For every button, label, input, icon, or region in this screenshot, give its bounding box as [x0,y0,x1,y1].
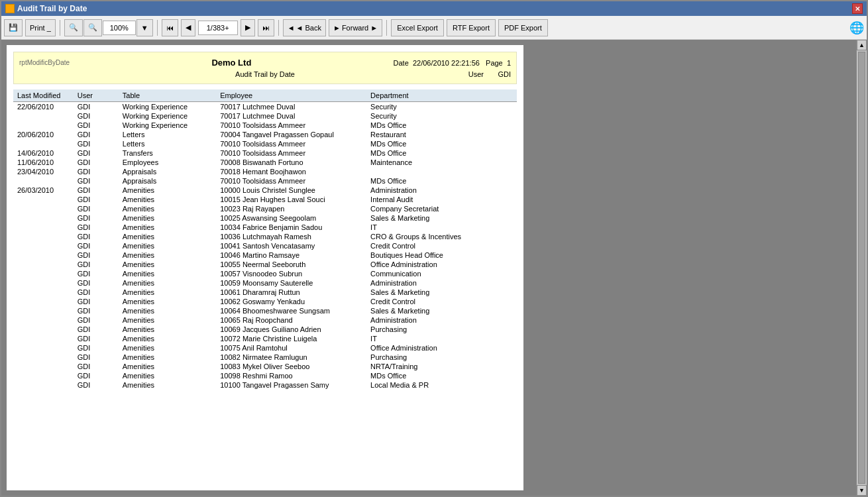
table-row: GDILetters70010 Toolsidass AmmeerMDs Off… [13,139,517,148]
cell-user: GDI [74,139,119,148]
table-row: 14/06/2010GDITransfers70010 Toolsidass A… [13,148,517,158]
cell-table: Amenities [119,288,216,297]
scroll-up-button[interactable]: ▲ [857,40,867,50]
cell-department: Administration [366,315,517,325]
cell-user: GDI [74,167,119,176]
cell-employee: 10064 Bhoomeshwaree Sungsam [216,306,366,315]
zoom-dropdown-button[interactable]: ▼ [136,19,153,36]
cell-employee: 70017 Lutchmee Duval [216,111,366,121]
cell-user: GDI [74,297,119,306]
zoom-out-button[interactable]: 🔍 [64,19,83,36]
scroll-down-button[interactable]: ▼ [857,485,867,496]
nav-end-button[interactable]: ⏭ [258,19,274,36]
cell-date: 23/04/2010 [13,167,74,176]
cell-date [13,111,74,121]
col-header-department: Department [366,89,517,102]
cell-table: Letters [119,130,216,139]
close-button[interactable]: ✕ [852,3,863,14]
cell-table: Employees [119,158,216,167]
cell-user: GDI [74,195,119,204]
table-row: 23/04/2010GDIAppraisals70018 Hemant Booj… [13,167,517,176]
cell-user: GDI [74,213,119,223]
cell-department: Sales & Marketing [366,213,517,223]
scroll-thumb[interactable] [858,52,865,484]
cell-date [13,195,74,204]
separator-2 [157,20,158,36]
cell-table: Working Experience [119,111,216,121]
cell-table: Amenities [119,195,216,204]
nav-next-button[interactable]: ▶ [241,19,255,36]
table-row: GDIAmenities10075 Anil RamtohulOffice Ad… [13,343,517,353]
cell-user: GDI [74,111,119,121]
nav-prev-button[interactable]: ◀ [181,19,195,36]
excel-export-button[interactable]: Excel Export [391,19,444,36]
zoom-in-icon: 🔍 [88,23,97,32]
cell-date [13,260,74,269]
cell-department: Communication [366,269,517,278]
cell-user: GDI [74,288,119,297]
cell-employee: 10059 Moonsamy Sauterelle [216,278,366,288]
save-button[interactable]: 💾 [4,19,23,36]
cell-department: Office Administration [366,260,517,269]
table-row: GDIAmenities10100 Tangavel Pragassen Sam… [13,380,517,390]
cell-date [13,371,74,380]
cell-user: GDI [74,241,119,250]
pdf-export-button[interactable]: PDF Export [498,19,548,36]
cell-employee: 10082 Nirmatee Ramlugun [216,353,366,362]
forward-icon: ► [333,24,341,32]
table-row: GDIWorking Experience70010 Toolsidass Am… [13,121,517,130]
window-title: Audit Trail by Date [17,4,87,13]
forward-button[interactable]: ► Forward ► [329,19,382,36]
cell-department: Company Secretariat [366,204,517,213]
globe-button[interactable]: 🌐 [849,21,864,35]
cell-date [13,139,74,148]
zoom-in-button[interactable]: 🔍 [83,19,102,36]
cell-employee: 70010 Toolsidass Ammeer [216,148,366,158]
cell-employee: 10069 Jacques Guiliano Adrien [216,325,366,334]
table-row: GDIAmenities10062 Goswamy YenkaduCredit … [13,297,517,306]
cell-employee: 70018 Hemant Boojhawon [216,167,366,176]
back-button[interactable]: ◄ ◄ Back [283,19,326,36]
cell-department: MDs Office [366,139,517,148]
nav-start-button[interactable]: ⏮ [162,19,178,36]
separator-3 [278,20,279,36]
cell-table: Amenities [119,278,216,288]
page-nav-input[interactable] [198,21,238,35]
zoom-input[interactable] [103,21,136,35]
cell-department: CRO & Groups & Incentives [366,232,517,241]
scrollbar-vertical[interactable]: ▲ ▼ [856,40,867,496]
cell-date: 22/06/2010 [13,102,74,112]
user-label: User [468,70,484,78]
cell-table: Amenities [119,353,216,362]
table-row: GDIAmenities10065 Raj RoopchandAdministr… [13,315,517,325]
cell-table: Amenities [119,250,216,260]
table-row: GDIAmenities10055 Neermal SeeboruthOffic… [13,260,517,269]
table-row: 20/06/2010GDILetters70004 Tangavel Praga… [13,130,517,139]
save-icon: 💾 [9,23,18,32]
cell-department: Office Administration [366,343,517,353]
table-row: GDIAmenities10025 Aswansing SeegoolamSal… [13,213,517,223]
cell-employee: 70010 Toolsidass Ammeer [216,176,366,186]
print-button[interactable]: Print _ [25,19,56,36]
cell-table: Amenities [119,315,216,325]
cell-user: GDI [74,176,119,186]
report-company: Demo Ltd [70,58,393,68]
cell-employee: 10036 Lutchmayah Ramesh [216,232,366,241]
cell-department: Local Media & PR [366,380,517,390]
cell-user: GDI [74,334,119,343]
cell-table: Amenities [119,362,216,371]
cell-date [13,232,74,241]
cell-department: NRTA/Training [366,362,517,371]
cell-date [13,241,74,250]
cell-user: GDI [74,380,119,390]
cell-date [13,334,74,343]
cell-table: Amenities [119,371,216,380]
zoom-controls: 🔍 🔍 ▼ [64,19,153,36]
cell-table: Amenities [119,380,216,390]
cell-employee: 10098 Reshmi Ramoo [216,371,366,380]
rtf-export-button[interactable]: RTF Export [447,19,496,36]
cell-employee: 10062 Goswamy Yenkadu [216,297,366,306]
table-row: 26/03/2010GDIAmenities10000 Louis Christ… [13,186,517,195]
cell-employee: 70010 Toolsidass Ammeer [216,139,366,148]
cell-date [13,269,74,278]
